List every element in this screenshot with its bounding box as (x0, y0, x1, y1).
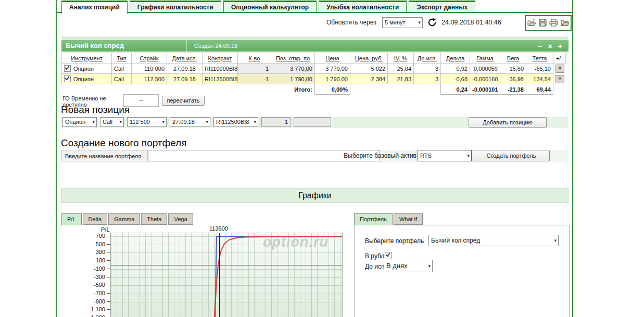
col-header-instrument[interactable]: Инструмент (62, 53, 112, 64)
base-asset-select[interactable]: RTS▾ (418, 150, 472, 161)
new-position-row: Опцион▾ Call▾ 112 500▾ 27.09.18▾ RI11250… (61, 117, 569, 128)
y-axis-tick-label: 100 (61, 257, 105, 263)
col-header-price[interactable]: Цена (315, 53, 350, 64)
col-header-type[interactable]: Тип (112, 53, 132, 64)
chart-tab-theta[interactable]: Theta (141, 213, 167, 225)
cell-contract: RI112500BI8D (203, 74, 238, 84)
new-position-date-select[interactable]: 27.09.18▾ (170, 117, 210, 127)
new-portfolio-title: Создание нового портфеля (61, 137, 187, 149)
cell-vega: 15,60 (500, 64, 526, 74)
base-asset-label: Выберите базовый актив (319, 150, 416, 161)
export-folder-icon[interactable] (561, 19, 570, 28)
print-icon[interactable] (549, 19, 558, 28)
table-header-row: Инструмент Тип Страйк Дата исп. Контракт… (62, 53, 566, 64)
cell-gamma: 0,000059 (470, 64, 500, 74)
chart-tab-vega[interactable]: Vega (168, 213, 193, 225)
col-header-iv[interactable]: IV, % (388, 53, 414, 64)
charts-section-header: Графики (61, 188, 569, 203)
pl-series-canvas (111, 233, 342, 317)
y-axis-tick-mark (107, 285, 110, 285)
new-position-contract-select[interactable]: RI112500BI8▾ (213, 117, 258, 127)
col-header-open-price[interactable]: Поз. откр. по (271, 53, 315, 64)
minimize-icon[interactable]: − (536, 42, 544, 50)
col-header-qty[interactable]: К-во (238, 53, 271, 64)
content-right-border (572, 0, 573, 317)
chart-tab-pl[interactable]: P/L (61, 213, 82, 225)
y-axis-tick-label: -100 (61, 265, 105, 272)
delete-position-button[interactable]: × (555, 65, 564, 73)
col-header-price-rub[interactable]: Цена, руб. (350, 53, 388, 64)
col-header-contract[interactable]: Контракт (203, 53, 238, 64)
cell-qty[interactable]: 1 (238, 64, 271, 74)
cell-type: Call (112, 74, 132, 84)
portfolio-select[interactable]: Бычий кол спред ▾ (428, 235, 559, 246)
cell-price: 1 790,00 (315, 74, 350, 84)
file-actions-toolbar (525, 15, 572, 31)
cell-delta: -0,68 (441, 74, 470, 84)
totals-delta: 0,24 (441, 84, 470, 95)
cell-open-price[interactable]: 1 790,00 (271, 74, 315, 84)
save-file-icon[interactable] (539, 19, 547, 28)
positions-table: Инструмент Тип Страйк Дата исп. Контракт… (61, 53, 566, 95)
cell-theta: 134,54 (526, 74, 553, 84)
col-header-vega[interactable]: Вега (500, 53, 526, 64)
cell-price-rub: 2 384 (350, 74, 388, 84)
portfolio-window-controls: − × + (536, 42, 569, 50)
refresh-interval-select[interactable]: 5 минут ▾ (382, 17, 423, 28)
y-axis-tick-label: -900 (61, 298, 105, 305)
refresh-icon[interactable] (427, 17, 437, 28)
cell-theta: -65,10 (526, 64, 553, 74)
chart-tab-delta[interactable]: Delta (83, 213, 108, 225)
cell-open-price[interactable]: 3 770,00 (271, 64, 315, 74)
in-rubles-checkbox[interactable] (385, 252, 392, 259)
new-position-strike-select[interactable]: 112 500▾ (127, 117, 167, 127)
col-header-delta[interactable]: Дельта (441, 53, 470, 64)
cell-instrument: Опцион (62, 74, 112, 84)
new-position-title: Новая позиция (61, 104, 130, 116)
y-axis-tick-mark (107, 260, 110, 261)
y-axis-tick-mark (107, 277, 110, 277)
plot-area: option.ru (110, 233, 343, 317)
recalculate-button[interactable]: пересчитать (162, 96, 205, 106)
totals-theta: 69,44 (526, 84, 553, 95)
y-axis-tick-label: -300 (61, 274, 105, 280)
col-header-days[interactable]: До исп. (414, 53, 441, 64)
tab-data-export[interactable]: Экспорт данных (409, 1, 475, 12)
cell-iv: 25,04 (388, 64, 414, 74)
create-portfolio-button[interactable]: Создать портфель (473, 150, 550, 161)
chevron-down-icon: ▾ (428, 260, 431, 272)
chart-tab-gamma[interactable]: Gamma (108, 213, 140, 225)
new-position-instrument-select[interactable]: Опцион▾ (62, 117, 97, 127)
cell-qty[interactable]: -1 (238, 74, 271, 84)
cell-price: 3 770,00 (315, 64, 350, 74)
col-header-theta[interactable]: Тетта (526, 53, 553, 64)
cell-days: 3 (414, 74, 441, 84)
totals-spacer (350, 84, 441, 95)
portfolio-title: Бычий кол спред (61, 40, 187, 52)
open-file-icon[interactable] (527, 19, 536, 28)
y-axis-tick-mark (107, 301, 110, 302)
cell-days: 3 (414, 64, 441, 74)
tab-volatility-smile[interactable]: Улыбка волатильности (319, 1, 407, 12)
add-position-button[interactable]: Добавить позицию (469, 117, 547, 128)
position-checkbox[interactable] (64, 65, 71, 72)
tab-volatility-charts[interactable]: Графики волатильности (130, 1, 221, 12)
refresh-interval-label: Обновлять через (326, 19, 376, 26)
totals-spacer (62, 84, 271, 95)
tab-portfolio[interactable]: Портфель (354, 213, 393, 225)
tab-what-if[interactable]: What if (394, 213, 423, 225)
new-position-type-select[interactable]: Call▾ (100, 117, 124, 127)
tab-position-analysis[interactable]: Анализ позиций (61, 1, 128, 14)
delete-position-button[interactable]: × (555, 75, 564, 83)
col-header-exp-date[interactable]: Дата исп. (167, 53, 203, 64)
days-units-select[interactable]: В днях ▾ (384, 260, 433, 272)
col-header-strike[interactable]: Страйк (132, 53, 167, 64)
position-checkbox[interactable] (64, 75, 71, 82)
close-icon[interactable]: × (546, 42, 554, 50)
chevron-down-icon: ▾ (254, 118, 256, 126)
new-position-qty-field[interactable]: 1 (261, 117, 291, 127)
tab-option-calculator[interactable]: Опционный калькулятор (223, 1, 317, 12)
add-icon[interactable]: + (556, 42, 564, 50)
new-position-price-field[interactable] (294, 117, 331, 127)
col-header-gamma[interactable]: Гамма (470, 53, 500, 64)
